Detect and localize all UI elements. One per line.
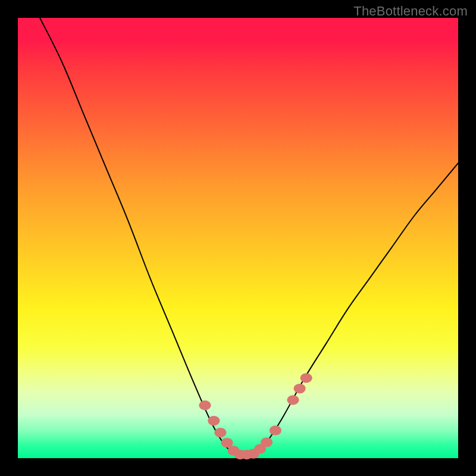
curve-marker xyxy=(261,437,273,447)
chart-frame: TheBottleneck.com xyxy=(0,0,476,476)
curve-marker xyxy=(270,425,281,435)
watermark-text: TheBottleneck.com xyxy=(353,4,468,19)
curve-marker xyxy=(294,384,306,393)
bottleneck-curve xyxy=(40,18,458,458)
curve-marker xyxy=(221,438,233,447)
curve-marker xyxy=(214,428,226,437)
plot-area xyxy=(18,18,458,458)
curve-markers xyxy=(199,373,312,459)
curve-marker xyxy=(300,373,312,383)
curve-marker xyxy=(208,416,220,425)
curve-marker xyxy=(287,395,299,405)
curve-marker xyxy=(199,400,211,410)
curve-layer xyxy=(18,18,458,458)
